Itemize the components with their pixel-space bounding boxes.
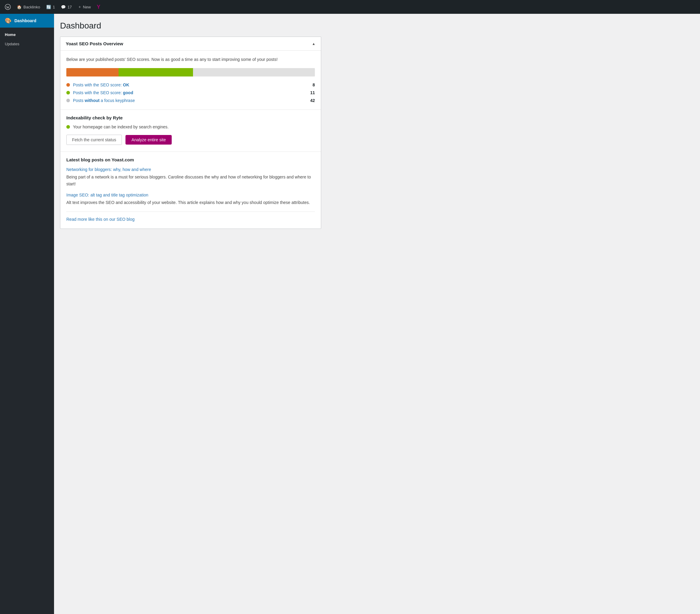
indexability-status-text: Your homepage can be indexed by search e… <box>73 125 169 129</box>
new-label: New <box>83 5 91 9</box>
seo-link-good[interactable]: Posts with the SEO score: good <box>73 90 133 95</box>
indexability-section: Indexability check by Ryte Your homepage… <box>60 110 321 152</box>
page-title: Dashboard <box>60 21 693 30</box>
blog-posts-title: Latest blog posts on Yoast.com <box>66 157 315 162</box>
blog-post-2-link[interactable]: Image SEO: alt tag and title tag optimiz… <box>66 193 315 197</box>
blog-post-1-excerpt: Being part of a network is a must for se… <box>66 174 315 187</box>
fetch-status-button[interactable]: Fetch the current status <box>66 135 122 145</box>
yoast-seo-section: Below are your published posts' SEO scor… <box>60 51 321 110</box>
admin-bar: W 🏠 Backlinko 🔄 1 💬 17 ＋ New Y <box>0 0 700 14</box>
seo-items-list: Posts with the SEO score: OK 8 Posts wit… <box>66 82 315 103</box>
sidebar: 🎨 Dashboard Home Updates <box>0 14 54 614</box>
seo-count-no-keyphrase: 42 <box>310 98 315 103</box>
progress-segment-orange <box>66 68 118 76</box>
blog-post-1-link[interactable]: Networking for bloggers: why, how and wh… <box>66 167 315 172</box>
home-icon: 🏠 <box>17 5 22 9</box>
read-more-link[interactable]: Read more like this on our SEO blog <box>66 217 135 222</box>
seo-count-good: 11 <box>310 90 315 95</box>
seo-dot-gray <box>66 99 70 102</box>
dashboard-icon: 🎨 <box>5 17 11 24</box>
wp-logo-link[interactable]: W <box>5 4 11 10</box>
seo-item-ok: Posts with the SEO score: OK 8 <box>66 82 315 87</box>
main-content: Dashboard Yoast SEO Posts Overview ▲ Bel… <box>54 14 700 614</box>
yoast-description: Below are your published posts' SEO scor… <box>66 56 315 63</box>
seo-item-no-keyphrase: Posts without a focus keyphrase 42 <box>66 98 315 103</box>
site-name-link[interactable]: 🏠 Backlinko <box>17 5 40 9</box>
analyze-site-button[interactable]: Analyze entire site <box>125 135 172 144</box>
blog-read-more: Read more like this on our SEO blog <box>66 212 315 222</box>
sidebar-dashboard-header[interactable]: 🎨 Dashboard <box>0 14 54 28</box>
comments-count: 17 <box>67 5 72 9</box>
comments-link[interactable]: 💬 17 <box>61 5 72 9</box>
sidebar-item-home[interactable]: Home <box>0 30 54 39</box>
sidebar-dashboard-title: Dashboard <box>14 18 36 23</box>
indexability-status-dot <box>66 125 70 129</box>
updates-count: 1 <box>53 5 55 9</box>
widget-header-title: Yoast SEO Posts Overview <box>66 41 123 46</box>
seo-item-good: Posts with the SEO score: good 11 <box>66 90 315 95</box>
updates-link[interactable]: 🔄 1 <box>46 5 55 9</box>
site-name: Backlinko <box>23 5 40 9</box>
indexability-actions: Fetch the current status Analyze entire … <box>66 135 315 145</box>
new-link[interactable]: ＋ New <box>78 4 91 10</box>
comments-icon: 💬 <box>61 5 66 9</box>
yoast-icon: Y <box>97 4 100 10</box>
seo-link-ok[interactable]: Posts with the SEO score: OK <box>73 82 129 87</box>
seo-dot-orange <box>66 83 70 87</box>
blog-post-2: Image SEO: alt tag and title tag optimiz… <box>66 193 315 206</box>
svg-text:W: W <box>6 5 10 9</box>
updates-icon: 🔄 <box>46 5 51 9</box>
seo-progress-bar <box>66 68 315 76</box>
yoast-seo-widget: Yoast SEO Posts Overview ▲ Below are you… <box>60 37 321 229</box>
widget-header: Yoast SEO Posts Overview ▲ <box>60 37 321 51</box>
plus-icon: ＋ <box>78 4 82 10</box>
blog-post-1: Networking for bloggers: why, how and wh… <box>66 167 315 187</box>
blog-post-2-excerpt: Alt text improves the SEO and accessibil… <box>66 199 315 206</box>
seo-count-ok: 8 <box>312 82 315 87</box>
sidebar-item-updates[interactable]: Updates <box>0 39 54 49</box>
indexability-status: Your homepage can be indexed by search e… <box>66 125 315 129</box>
blog-posts-section: Latest blog posts on Yoast.com Networkin… <box>60 152 321 228</box>
yoast-link[interactable]: Y <box>97 4 100 10</box>
seo-link-no-keyphrase[interactable]: Posts without a focus keyphrase <box>73 98 135 103</box>
progress-segment-green <box>118 68 193 76</box>
widget-toggle-icon[interactable]: ▲ <box>312 42 315 46</box>
sidebar-nav: Home Updates <box>0 28 54 51</box>
seo-dot-green <box>66 91 70 94</box>
indexability-title: Indexability check by Ryte <box>66 115 315 120</box>
